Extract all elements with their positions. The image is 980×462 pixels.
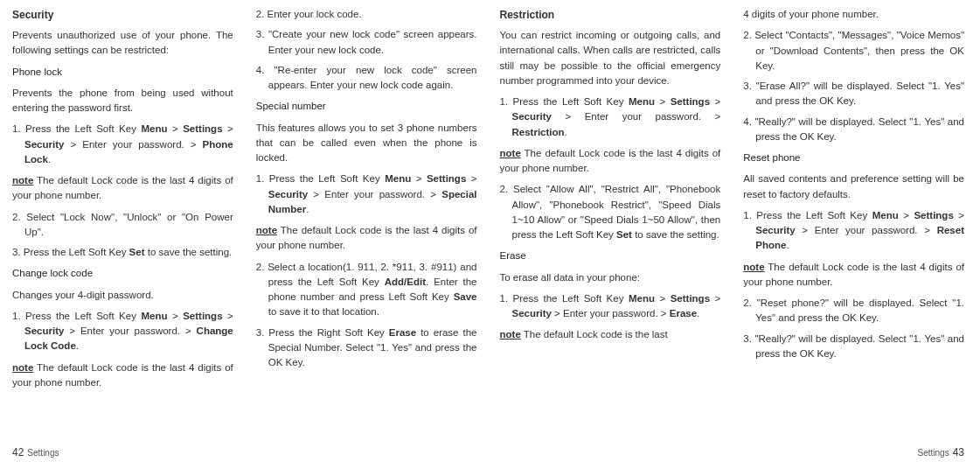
manual-columns: Security Prevents unauthorized use of yo… (12, 7, 964, 443)
special-steps-2: 2. Select a location(1. 911, 2. *911, 3.… (256, 260, 477, 371)
change-lock-heading: Change lock code (12, 266, 233, 281)
restriction-steps-2: 2. Select "Allow All", "Restrict All", "… (500, 182, 721, 242)
page-number-right: 43 (953, 444, 964, 460)
list-item: 1. Press the Left Soft Key Menu > Settin… (500, 291, 721, 322)
note-line: note The default Lock code is the last 4… (500, 146, 721, 177)
list-item: 3. Press the Left Soft Key Set to save t… (12, 245, 233, 260)
list-item: 1. Press the Left Soft Key Menu > Settin… (12, 122, 233, 167)
list-item: 1. Press the Left Soft Key Menu > Settin… (500, 94, 721, 140)
footer-left: 42 Settings (12, 444, 59, 460)
erase-steps-cont: 2. Select "Contacts", "Messages", "Voice… (743, 28, 964, 144)
security-heading: Security (12, 7, 233, 23)
special-number-heading: Special number (256, 99, 477, 114)
note-label: note (256, 225, 277, 235)
change-lock-steps: 1. Press the Left Soft Key Menu > Settin… (12, 309, 233, 354)
note-label: note (12, 175, 33, 186)
security-intro: Prevents unauthorized use of your phone.… (12, 28, 233, 59)
list-item: 4. "Re-enter your new lock code" screen … (256, 63, 477, 94)
list-item: 2. Enter your lock code. (256, 7, 477, 22)
column-3: Restriction You can restrict incoming or… (500, 7, 721, 443)
reset-steps-2: 2. "Reset phone?" will be displayed. Sel… (743, 296, 964, 361)
restriction-steps: 1. Press the Left Soft Key Menu > Settin… (500, 94, 721, 140)
phone-lock-steps-2: 2. Select "Lock Now", "Unlock" or "On Po… (12, 210, 233, 261)
restriction-heading: Restriction (500, 7, 721, 23)
erase-intro: To erase all data in your phone: (500, 270, 721, 285)
reset-steps: 1. Press the Left Soft Key Menu > Settin… (743, 208, 964, 254)
list-item: 2. "Reset phone?" will be displayed. Sel… (743, 296, 964, 326)
note-label: note (500, 329, 521, 340)
list-item: 3. Press the Right Soft Key Erase to era… (256, 326, 477, 371)
special-intro: This features allows you to set 3 phone … (256, 121, 477, 166)
list-item: 2. Select a location(1. 911, 2. *911, 3.… (256, 260, 477, 320)
special-steps: 1. Press the Left Soft Key Menu > Settin… (256, 172, 477, 217)
phone-lock-intro: Prevents the phone from being used witho… (12, 86, 233, 116)
reset-phone-heading: Reset phone (743, 150, 964, 165)
note-line: note The default Lock code is the last 4… (743, 260, 964, 290)
note-line: note The default Lock code is the last 4… (12, 360, 233, 391)
column-4: 4 digits of your phone number. 2. Select… (743, 7, 964, 443)
phone-lock-steps: 1. Press the Left Soft Key Menu > Settin… (12, 122, 233, 167)
note-label: note (743, 262, 764, 272)
lock-code-steps: 2. Enter your lock code. 3. "Create your… (256, 7, 477, 93)
column-1: Security Prevents unauthorized use of yo… (12, 7, 233, 443)
erase-heading: Erase (500, 248, 721, 263)
list-item: 2. Select "Lock Now", "Unlock" or "On Po… (12, 210, 233, 241)
note-line: note The default Lock code is the last (500, 327, 721, 342)
list-item: 2. Select "Allow All", "Restrict All", "… (500, 182, 721, 242)
phone-lock-heading: Phone lock (12, 65, 233, 80)
erase-steps: 1. Press the Left Soft Key Menu > Settin… (500, 291, 721, 322)
footer-label-left: Settings (27, 446, 59, 459)
note-line: note The default Lock code is the last 4… (256, 223, 477, 254)
note-label: note (12, 362, 33, 373)
page-footer: 42 Settings Settings 43 (12, 444, 964, 460)
reset-intro: All saved contents and preference settin… (743, 172, 964, 202)
note-continuation: 4 digits of your phone number. (743, 7, 964, 22)
restriction-intro: You can restrict incoming or outgoing ca… (500, 28, 721, 88)
note-line: note The default Lock code is the last 4… (12, 173, 233, 204)
note-label: note (500, 148, 521, 158)
list-item: 3. "Really?" will be displayed. Select "… (743, 332, 964, 362)
list-item: 1. Press the Left Soft Key Menu > Settin… (743, 208, 964, 254)
list-item: 3. "Create your new lock code" screen ap… (256, 27, 477, 58)
list-item: 4. "Really?" will be displayed. Select "… (743, 115, 964, 145)
list-item: 2. Select "Contacts", "Messages", "Voice… (743, 28, 964, 74)
footer-right: Settings 43 (918, 444, 965, 460)
list-item: 1. Press the Left Soft Key Menu > Settin… (12, 309, 233, 354)
list-item: 3. "Erase All?" will be displayed. Selec… (743, 79, 964, 109)
change-lock-intro: Changes your 4-digit password. (12, 288, 233, 303)
column-2: 2. Enter your lock code. 3. "Create your… (256, 7, 477, 443)
footer-label-right: Settings (918, 446, 949, 459)
page-number-left: 42 (12, 444, 24, 460)
list-item: 1. Press the Left Soft Key Menu > Settin… (256, 172, 477, 217)
